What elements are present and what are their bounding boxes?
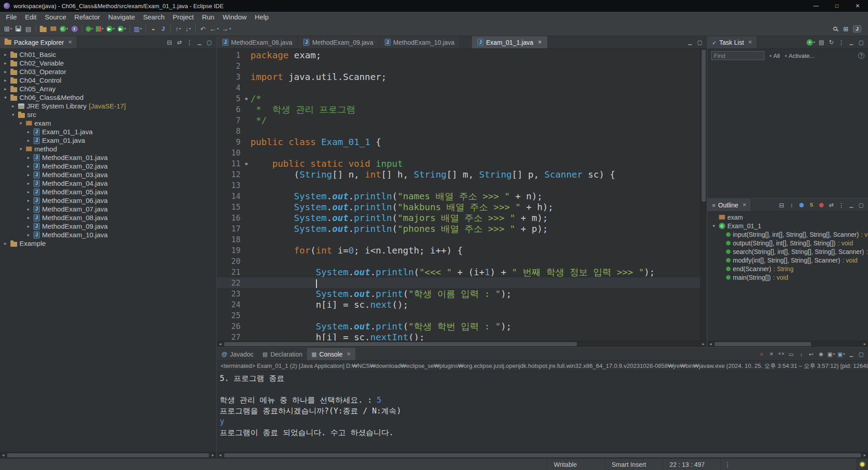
new-wizard-button[interactable]: ⊞▾ (3, 24, 14, 34)
tree-item[interactable]: ▾method (0, 145, 216, 153)
outline-hscrollbar[interactable]: ◄ ► (708, 341, 868, 347)
code-line-5[interactable]: 5●/* (217, 93, 700, 104)
code-line-6[interactable]: 6 * 학생 관리 프로그램 (217, 104, 700, 115)
tree-item[interactable]: ▸JMethodExam_03.java (0, 170, 216, 179)
close-icon[interactable]: ✕ (742, 202, 746, 208)
hide-fields-button[interactable] (797, 200, 807, 211)
tab-declaration[interactable]: ▤Declaration (258, 348, 307, 360)
java-perspective-button[interactable]: J (852, 24, 863, 34)
code-line-1[interactable]: 1package exam; (217, 50, 700, 61)
maximize-window-button[interactable]: □ (826, 0, 847, 12)
code-line-14[interactable]: 14 System.out.println("names 배열 주소 >>> "… (217, 191, 700, 202)
task-activate-link[interactable]: ▸ Activate... (785, 52, 815, 59)
close-icon[interactable]: ✕ (538, 39, 542, 45)
code-line-4[interactable]: 4 (217, 82, 700, 93)
view-menu-button[interactable]: ⋮ (836, 200, 846, 211)
tip-lamp-button[interactable] (856, 459, 868, 470)
minimize-button[interactable]: ▁ (846, 37, 856, 48)
chevron-right-icon[interactable]: ▸ (3, 69, 8, 74)
scroll-right-icon[interactable]: ► (210, 453, 216, 457)
code-line-11[interactable]: 11● public static void input (217, 158, 700, 169)
maximize-button[interactable]: ▢ (204, 37, 214, 48)
new-task-button[interactable]: +▾ (805, 37, 816, 48)
run-button[interactable]: ▶▾ (105, 24, 116, 34)
editor-tab-Exam_01_1.java[interactable]: JExam_01_1.java✕ (472, 36, 548, 48)
code-line-13[interactable]: 13 (217, 180, 700, 191)
hide-non-public-button[interactable] (816, 200, 826, 211)
chevron-right-icon[interactable]: ▸ (26, 172, 31, 177)
chevron-right-icon[interactable]: ▸ (3, 52, 8, 57)
chevron-right-icon[interactable]: ▸ (26, 129, 31, 134)
close-icon[interactable]: ✕ (347, 351, 351, 357)
last-edit-location-button[interactable]: ↶ (198, 24, 208, 34)
close-window-button[interactable]: ✕ (847, 0, 868, 12)
fold-marker-icon[interactable]: ● (242, 93, 250, 104)
menu-search[interactable]: Search (139, 13, 169, 21)
console-hscrollbar[interactable]: ◄ ► (217, 452, 868, 458)
code-line-20[interactable]: 20 (217, 256, 700, 267)
close-icon[interactable]: ✕ (748, 39, 752, 45)
tab-package-explorer[interactable]: Package Explorer ✕ (0, 36, 77, 48)
remove-launch-button[interactable]: ✕ (766, 349, 776, 360)
tab-javadoc[interactable]: @Javadoc (217, 348, 258, 360)
tree-item[interactable]: ▾exam (0, 119, 216, 127)
coverage-button[interactable]: ▾ (94, 24, 105, 34)
maximize-button[interactable]: ▢ (856, 37, 866, 48)
tree-item[interactable]: ▸JMethodExam_04.java (0, 179, 216, 188)
menu-file[interactable]: File (2, 13, 21, 21)
code-line-2[interactable]: 2 (217, 61, 700, 71)
chevron-right-icon[interactable]: ▸ (26, 198, 31, 203)
close-icon[interactable]: ✕ (68, 39, 72, 45)
tree-item[interactable]: ▸JMethodExam_07.java (0, 205, 216, 213)
editor-hscrollbar[interactable]: ◄ ► (217, 341, 707, 347)
tree-item[interactable]: ▸Ch01_Basic (0, 50, 216, 59)
menu-project[interactable]: Project (169, 13, 198, 21)
terminate-button[interactable]: ■ (756, 349, 766, 360)
chevron-down-icon[interactable]: ▾ (3, 95, 8, 100)
link-with-editor-button[interactable]: ⇄ (175, 37, 184, 48)
menu-edit[interactable]: Edit (21, 13, 41, 21)
code-line-23[interactable]: 23 System.out.print("학생 이름 입력 : "); (217, 288, 700, 299)
back-button[interactable]: ←▾ (208, 24, 220, 34)
chevron-right-icon[interactable]: ▸ (10, 103, 16, 108)
code-line-9[interactable]: 9public class Exam_01_1 { (217, 136, 700, 147)
previous-annotation-button[interactable]: ↑▾ (173, 24, 183, 34)
new-package-button[interactable] (48, 24, 58, 34)
tree-item[interactable]: ▸Ch03_Operator (0, 67, 216, 76)
code-line-12[interactable]: 12 (String[] n, int[] h, String[] m, Str… (217, 169, 700, 180)
scrollbar-thumb[interactable] (715, 342, 811, 346)
tree-item[interactable]: ▸JMethodExam_05.java (0, 188, 216, 196)
next-annotation-button[interactable]: ↓▾ (183, 24, 193, 34)
scroll-left-icon[interactable]: ◄ (708, 342, 714, 346)
chevron-right-icon[interactable]: ▸ (26, 215, 31, 220)
scrollbar-thumb[interactable] (224, 453, 861, 457)
synchronize-button[interactable]: ↻ (826, 37, 836, 48)
editor-tab-MethodExam_08.java[interactable]: JMethodExam_08.java (217, 36, 298, 48)
link-with-editor-button[interactable]: ⇄ (826, 200, 836, 211)
tree-item[interactable]: ▸JExam_01.java (0, 136, 216, 145)
chevron-right-icon[interactable]: ▸ (3, 86, 8, 91)
debug-button[interactable]: ▾ (85, 24, 94, 34)
tree-item[interactable]: ▸Ch04_Control (0, 76, 216, 85)
tree-item[interactable]: ▸JRE System Library [JavaSE-17] (0, 102, 216, 110)
new-java-project-button[interactable] (38, 24, 48, 34)
tree-item[interactable]: ▸JMethodExam_02.java (0, 162, 216, 170)
editor-tab-MethodExam_10.java[interactable]: JMethodExam_10.java (379, 36, 460, 48)
chevron-down-icon[interactable]: ▾ (711, 223, 717, 228)
tree-item[interactable]: ▸Example (0, 239, 216, 248)
code-line-21[interactable]: 21 System.out.println("<<< " + (i+1) + "… (217, 267, 700, 277)
code-line-27[interactable]: 27 h[i] = sc.nextInt(); (217, 332, 700, 341)
outline-item[interactable]: end(Scanner) : String (708, 264, 868, 273)
code-editor[interactable]: 1package exam;23import java.util.Scanner… (217, 49, 700, 341)
code-line-15[interactable]: 15 System.out.println("hakbuns 배열 주소 >>>… (217, 202, 700, 212)
outline-item[interactable]: exam (708, 213, 868, 221)
tree-item[interactable]: ▸JMethodExam_01.java (0, 153, 216, 162)
code-line-8[interactable]: 8 (217, 126, 700, 136)
tree-item[interactable]: ▸JMethodExam_10.java (0, 230, 216, 239)
open-perspective-button[interactable]: ⊞ (841, 24, 851, 34)
search-button[interactable] (830, 24, 840, 34)
pin-console-button[interactable]: ◉ (816, 349, 826, 360)
tab-task-list[interactable]: ✓ Task List ✕ (708, 36, 757, 48)
minimize-button[interactable]: ▁ (846, 349, 856, 360)
chevron-right-icon[interactable]: ▸ (3, 61, 8, 66)
